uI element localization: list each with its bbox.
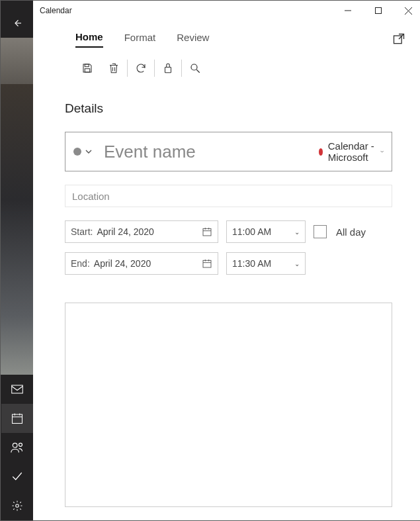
start-label: Start:: [71, 226, 93, 237]
svg-rect-19: [85, 69, 90, 72]
delete-button[interactable]: [101, 58, 127, 79]
back-button[interactable]: [1, 9, 33, 38]
tab-review[interactable]: Review: [177, 32, 209, 47]
chevron-down-icon: [380, 148, 384, 155]
titlebar: Calendar: [33, 1, 420, 21]
rail-people[interactable]: [1, 433, 33, 462]
end-time-picker[interactable]: 11:30 AM ⌄: [226, 252, 306, 275]
search-button[interactable]: [182, 58, 208, 79]
calendar-color-dot-icon: [319, 148, 323, 156]
description-textarea[interactable]: [65, 303, 392, 507]
save-button[interactable]: [74, 58, 101, 79]
start-time-value: 11:00 AM: [232, 226, 294, 237]
svg-rect-14: [375, 8, 381, 14]
svg-point-10: [13, 443, 17, 448]
popout-button[interactable]: [387, 27, 411, 51]
ribbon-toolbar: [36, 52, 420, 84]
end-row: End: April 24, 2020 11:30 AM ⌄: [65, 252, 392, 275]
end-date-picker[interactable]: End: April 24, 2020: [65, 252, 218, 275]
app-rail: [1, 1, 33, 520]
emoji-picker-button[interactable]: [73, 148, 96, 156]
start-row: Start: April 24, 2020 11:00 AM ⌄ All day: [65, 220, 392, 243]
chevron-down-icon: ⌄: [294, 260, 300, 267]
rail-settings[interactable]: [1, 491, 33, 520]
calendar-selector-label: Calendar - Microsoft: [328, 140, 375, 163]
all-day-checkbox[interactable]: [314, 225, 327, 238]
close-button[interactable]: [394, 1, 420, 21]
refresh-button[interactable]: [128, 58, 154, 79]
rail-spacer: [1, 84, 33, 375]
svg-line-24: [196, 70, 200, 73]
location-row: [65, 185, 392, 207]
all-day-group: All day: [314, 225, 366, 238]
end-label: End:: [71, 258, 90, 269]
chevron-down-icon: [85, 148, 92, 155]
svg-rect-29: [203, 260, 211, 267]
tab-home[interactable]: Home: [75, 31, 103, 48]
svg-rect-25: [203, 228, 211, 236]
calendar-selector[interactable]: Calendar - Microsoft: [319, 140, 384, 163]
start-date-picker[interactable]: Start: April 24, 2020: [65, 220, 218, 243]
rail-accent: [1, 38, 33, 84]
all-day-label: All day: [336, 226, 366, 238]
svg-point-12: [15, 504, 19, 508]
start-time-picker[interactable]: 11:00 AM ⌄: [226, 220, 306, 243]
emoji-dot-icon: [73, 148, 81, 156]
location-input[interactable]: [65, 191, 392, 202]
show-as-button[interactable]: [155, 58, 181, 79]
minimize-button[interactable]: [333, 1, 363, 21]
chevron-down-icon: ⌄: [294, 228, 300, 236]
start-date-value: April 24, 2020: [97, 226, 202, 237]
rail-calendar[interactable]: [1, 404, 33, 433]
svg-rect-18: [85, 64, 89, 67]
svg-point-23: [191, 64, 197, 70]
end-time-value: 11:30 AM: [232, 258, 294, 269]
calendar-icon: [202, 258, 212, 269]
end-date-value: April 24, 2020: [94, 258, 202, 269]
window-title: Calendar: [40, 6, 72, 15]
svg-point-11: [19, 443, 22, 446]
calendar-icon: [202, 226, 212, 237]
event-name-row: Calendar - Microsoft: [65, 132, 392, 171]
ribbon-tabs: Home Format Review: [36, 26, 420, 52]
rail-todo[interactable]: [1, 462, 33, 491]
rail-mail[interactable]: [1, 375, 33, 404]
svg-rect-1: [12, 414, 22, 424]
event-window: Calendar Home Format Review: [33, 1, 420, 520]
ribbon: Home Format Review: [33, 21, 420, 89]
svg-rect-22: [165, 68, 171, 73]
details-heading: Details: [65, 101, 392, 116]
event-name-input[interactable]: [96, 142, 319, 162]
tab-format[interactable]: Format: [124, 32, 156, 47]
maximize-button[interactable]: [363, 1, 394, 21]
svg-rect-0: [11, 385, 22, 393]
details-panel: Details Calendar - Microsoft Start:: [33, 89, 420, 520]
